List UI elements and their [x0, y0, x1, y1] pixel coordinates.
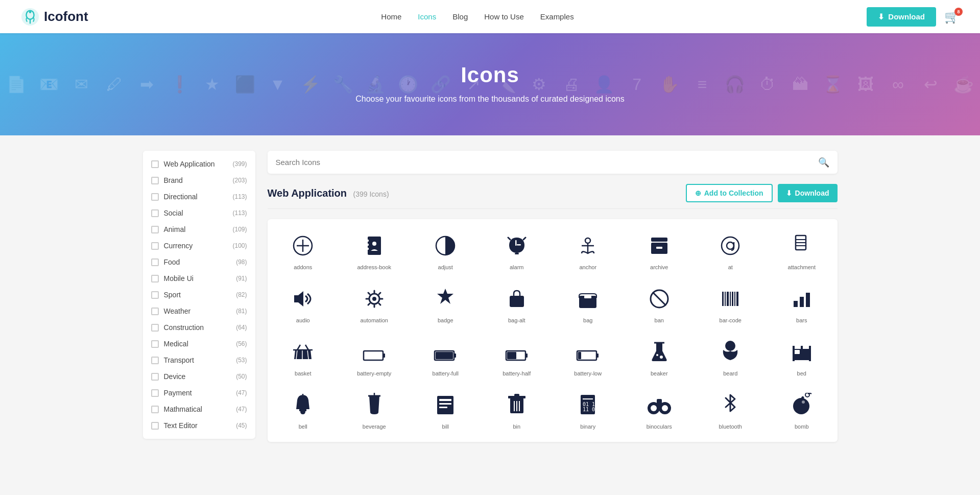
icon-item-battery-empty[interactable]: battery-empty [339, 331, 410, 384]
icon-item-bin[interactable]: bin [481, 384, 553, 437]
icon-item-attachment[interactable]: attachment [766, 224, 838, 277]
sidebar-count: (50) [236, 373, 247, 380]
icon-item-automation[interactable]: automation [339, 277, 410, 331]
sidebar-item-brand[interactable]: Brand (203) [143, 172, 255, 188]
sidebar-count: (53) [236, 357, 247, 364]
icon-item-bill[interactable]: bill [410, 384, 482, 437]
svg-rect-52 [436, 352, 453, 359]
sidebar-item-transport[interactable]: Transport (53) [143, 352, 255, 368]
search-input[interactable] [276, 151, 818, 174]
svg-rect-74 [437, 396, 453, 414]
icon-glyph-alarm [507, 235, 527, 259]
icon-item-bag[interactable]: bag [553, 277, 624, 331]
icon-glyph-battery-full [434, 347, 457, 365]
nav-home[interactable]: Home [381, 12, 401, 21]
sidebar-count: (399) [232, 160, 247, 168]
svg-text:11 00: 11 00 [583, 407, 597, 412]
icon-glyph-bag [577, 289, 599, 312]
sidebar-checkbox[interactable] [151, 406, 159, 413]
sidebar-checkbox[interactable] [151, 226, 159, 233]
plus-icon: ⊕ [695, 189, 701, 197]
sidebar-item-directional[interactable]: Directional (113) [143, 188, 255, 205]
sidebar-item-mobile-ui[interactable]: Mobile Ui (91) [143, 270, 255, 287]
icon-item-bars[interactable]: bars [766, 277, 838, 331]
sidebar-checkbox[interactable] [151, 177, 159, 184]
icon-item-bar-code[interactable]: bar-code [695, 277, 767, 331]
icon-item-addons[interactable]: addons [268, 224, 339, 277]
svg-rect-17 [651, 238, 667, 242]
sidebar-checkbox[interactable] [151, 291, 159, 299]
sidebar-item-text-editor[interactable]: Text Editor (45) [143, 417, 255, 434]
sidebar-checkbox[interactable] [151, 373, 159, 381]
sidebar-checkbox[interactable] [151, 389, 159, 397]
sidebar-checkbox[interactable] [151, 193, 159, 201]
icon-item-battery-low[interactable]: battery-low [553, 331, 624, 384]
sidebar-item-sport[interactable]: Sport (82) [143, 287, 255, 303]
icon-name-address-book: address-book [357, 264, 391, 270]
icon-item-beard[interactable]: beard [695, 331, 767, 384]
icon-item-binoculars[interactable]: binoculars [624, 384, 695, 437]
icon-item-audio[interactable]: audio [268, 277, 339, 331]
icon-item-alarm[interactable]: alarm [481, 224, 553, 277]
section-download-button[interactable]: ⬇ Download [778, 184, 838, 202]
icon-item-bell[interactable]: bell [268, 384, 339, 437]
icon-item-bed[interactable]: bed [766, 331, 838, 384]
nav-blog[interactable]: Blog [452, 12, 468, 21]
sidebar-checkbox[interactable] [151, 340, 159, 348]
sidebar-checkbox[interactable] [151, 357, 159, 364]
nav-how-to-use[interactable]: How to Use [484, 12, 524, 21]
hero-bg-icon: ✋ [654, 75, 685, 94]
sidebar-item-device[interactable]: Device (50) [143, 368, 255, 385]
sidebar-item-currency[interactable]: Currency (100) [143, 238, 255, 254]
icon-glyph-adjust [435, 235, 456, 259]
icon-item-bag-alt[interactable]: bag-alt [481, 277, 553, 331]
svg-rect-42 [794, 301, 798, 307]
header-download-button[interactable]: ⬇ Download [867, 7, 936, 27]
sidebar-item-payment[interactable]: Payment (47) [143, 385, 255, 401]
sidebar-item-weather[interactable]: Weather (81) [143, 303, 255, 319]
sidebar-checkbox[interactable] [151, 160, 159, 168]
icon-item-adjust[interactable]: adjust [410, 224, 482, 277]
icon-item-badge[interactable]: badge [410, 277, 482, 331]
sidebar-item-social[interactable]: Social (113) [143, 205, 255, 221]
icon-item-bomb[interactable]: bomb [766, 384, 838, 437]
cart-button[interactable]: 🛒 8 [944, 10, 960, 24]
icon-item-address-book[interactable]: address-book [339, 224, 410, 277]
add-collection-button[interactable]: ⊕ Add to Collection [686, 184, 773, 202]
search-icon: 🔍 [818, 157, 829, 168]
sidebar-checkbox[interactable] [151, 308, 159, 315]
section-actions: ⊕ Add to Collection ⬇ Download [686, 184, 838, 202]
icon-item-basket[interactable]: basket [268, 331, 339, 384]
sidebar-item-animal[interactable]: Animal (109) [143, 221, 255, 238]
sidebar-item-web-application[interactable]: Web Application (399) [143, 156, 255, 172]
icon-item-at[interactable]: at [695, 224, 767, 277]
sidebar-item-medical[interactable]: Medical (56) [143, 336, 255, 352]
icon-item-battery-half[interactable]: battery-half [481, 331, 553, 384]
sidebar-item-mathmatical[interactable]: Mathmatical (47) [143, 401, 255, 417]
icon-item-battery-full[interactable]: battery-full [410, 331, 482, 384]
icon-item-ban[interactable]: ban [624, 277, 695, 331]
sidebar-checkbox[interactable] [151, 209, 159, 217]
icon-item-anchor[interactable]: anchor [553, 224, 624, 277]
nav-icons[interactable]: Icons [418, 12, 436, 21]
icon-item-beaker[interactable]: beaker [624, 331, 695, 384]
sidebar-checkbox[interactable] [151, 275, 159, 282]
icon-item-bluetooth[interactable]: bluetooth [695, 384, 767, 437]
sidebar-checkbox[interactable] [151, 422, 159, 430]
sidebar-label: Food [164, 258, 231, 266]
sidebar-checkbox[interactable] [151, 324, 159, 332]
icon-item-beverage[interactable]: beverage [339, 384, 410, 437]
sidebar-count: (81) [236, 308, 247, 315]
icon-item-binary[interactable]: 01 1011 00 binary [553, 384, 624, 437]
icon-glyph-beverage [366, 393, 383, 418]
icon-glyph-bluetooth [723, 393, 738, 418]
sidebar-checkbox[interactable] [151, 242, 159, 250]
icon-item-archive[interactable]: archive [624, 224, 695, 277]
sidebar-item-food[interactable]: Food (98) [143, 254, 255, 270]
hero-bg-icon: ❗ [164, 75, 195, 94]
sidebar-checkbox[interactable] [151, 258, 159, 266]
sidebar-label: Mathmatical [164, 405, 231, 413]
nav-examples[interactable]: Examples [540, 12, 574, 21]
svg-rect-8 [366, 248, 369, 250]
sidebar-item-construction[interactable]: Construction (64) [143, 319, 255, 336]
